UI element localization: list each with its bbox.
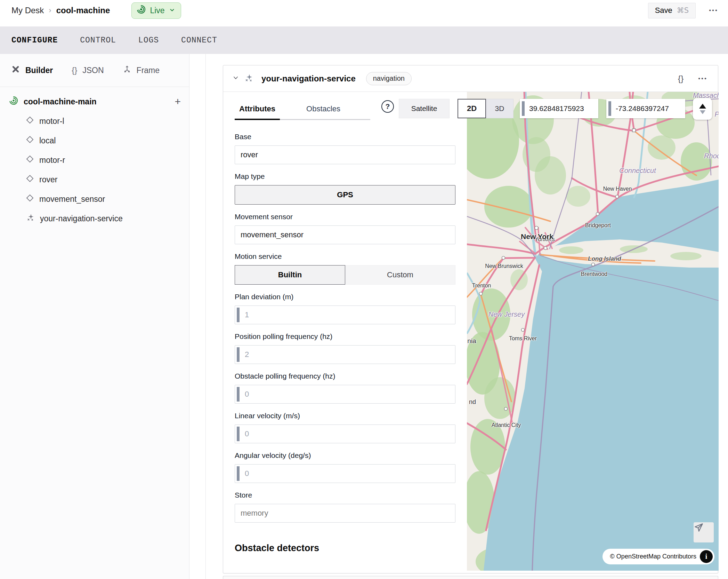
- longitude-input[interactable]: [606, 99, 685, 118]
- component-diamond-icon: [26, 194, 34, 204]
- field-label: Movement sensor: [235, 213, 455, 221]
- arrow-down-icon: [700, 110, 705, 114]
- angular-velocity-input[interactable]: [235, 464, 455, 483]
- zoom-stepper[interactable]: [693, 98, 712, 120]
- next-card-edge: [223, 576, 718, 579]
- field-label: Store: [235, 491, 455, 499]
- field-motion-service: Motion service Builtin Custom: [235, 252, 455, 285]
- live-status-dropdown[interactable]: Live: [131, 2, 181, 19]
- service-sparkle-icon: [244, 73, 253, 84]
- obstacle-polling-input[interactable]: [235, 385, 455, 404]
- tree-item-navigation-service[interactable]: your-navigation-service: [0, 209, 189, 228]
- navigation-service-card: your-navigation-service navigation {} ••…: [223, 65, 718, 573]
- obstacle-detectors-heading: Obstacle detectors: [235, 543, 455, 554]
- tree-item-label: motor-r: [39, 156, 65, 165]
- breadcrumb-current: cool-machine: [56, 6, 110, 15]
- field-label: Angular velocity (deg/s): [235, 451, 455, 460]
- tree-item-motor-r[interactable]: motor-r: [0, 150, 189, 170]
- frame-axes-icon: [123, 65, 131, 76]
- movement-sensor-input[interactable]: [235, 225, 455, 244]
- service-sparkle-icon: [26, 213, 34, 224]
- field-label: Position polling frequency (hz): [235, 332, 455, 341]
- store-input[interactable]: [235, 504, 455, 523]
- help-icon[interactable]: ?: [381, 100, 394, 113]
- breadcrumb-parent[interactable]: My Desk: [11, 6, 44, 15]
- latitude-input[interactable]: [520, 99, 598, 118]
- tab-connect[interactable]: CONNECT: [181, 36, 217, 45]
- breadcrumb-separator: ›: [49, 6, 51, 15]
- map-view[interactable]: Connecticut New Jersey Massach Rhod Pro …: [467, 92, 719, 571]
- tree-item-machine[interactable]: cool-machine-main +: [0, 92, 189, 111]
- add-component-button[interactable]: +: [175, 96, 181, 107]
- code-braces-icon[interactable]: {}: [678, 74, 683, 84]
- tab-underline: [235, 119, 370, 120]
- tab-attributes[interactable]: Attributes: [235, 104, 280, 119]
- map-label-city: New Brunswick: [485, 263, 523, 269]
- tab-obstacles[interactable]: Obstacles: [301, 104, 346, 119]
- map-label-state: Pro: [714, 110, 719, 118]
- card-body: Attributes Obstacles Base Map type GPS M…: [223, 92, 718, 573]
- tree-item-local[interactable]: local: [0, 131, 189, 150]
- save-button[interactable]: Save ⌘S: [648, 3, 696, 18]
- map-2d-button[interactable]: 2D: [458, 99, 486, 118]
- field-store: Store: [235, 491, 455, 523]
- view-builder[interactable]: Builder: [11, 65, 53, 76]
- field-label: Linear velocity (m/s): [235, 412, 455, 420]
- motion-custom-option[interactable]: Custom: [345, 265, 455, 285]
- chevron-down-icon: [169, 6, 175, 15]
- component-diamond-icon: [26, 136, 34, 145]
- tree-item-label: your-navigation-service: [40, 214, 123, 223]
- field-label: Plan deviation (m): [235, 293, 455, 301]
- view-json-label: JSON: [82, 66, 104, 75]
- map-label-state: Connecticut: [619, 167, 656, 175]
- view-builder-label: Builder: [25, 66, 53, 75]
- field-label: Motion service: [235, 252, 455, 261]
- tree-item-rover[interactable]: rover: [0, 170, 189, 189]
- field-angular-velocity: Angular velocity (deg/s): [235, 451, 455, 483]
- base-input[interactable]: [235, 145, 455, 164]
- plan-deviation-input[interactable]: [235, 306, 455, 324]
- satellite-toggle-button[interactable]: Satellite: [399, 99, 450, 118]
- map-label-city: Bridgeport: [585, 222, 611, 229]
- main-nav-tabs: CONFIGURE CONTROL LOGS CONNECT: [0, 26, 728, 54]
- tree-item-label: motor-l: [39, 117, 64, 126]
- view-json[interactable]: {} JSON: [72, 65, 104, 75]
- field-obstacle-polling: Obstacle polling frequency (hz): [235, 372, 455, 404]
- motion-service-segmented: Builtin Custom: [235, 265, 455, 285]
- map-label-city: nd: [469, 398, 476, 406]
- component-diamond-icon: [26, 116, 34, 126]
- map-type-gps-button[interactable]: GPS: [235, 185, 455, 205]
- tree-item-label: local: [39, 136, 56, 145]
- map-label-state: Rhod: [704, 152, 719, 160]
- card-more-menu[interactable]: •••: [698, 75, 707, 82]
- locate-button[interactable]: [694, 522, 714, 542]
- map-label-city: Toms River: [509, 335, 537, 342]
- main-content: your-navigation-service navigation {} ••…: [206, 54, 728, 579]
- braces-icon: {}: [72, 65, 77, 75]
- attributes-form: Attributes Obstacles Base Map type GPS M…: [223, 92, 467, 554]
- motion-builtin-option[interactable]: Builtin: [235, 265, 345, 285]
- position-polling-input[interactable]: [235, 345, 455, 364]
- map-label-city: Trenton: [472, 283, 491, 289]
- tree-item-label: cool-machine-main: [24, 97, 97, 106]
- component-diamond-icon: [26, 175, 34, 184]
- tab-control[interactable]: CONTROL: [80, 36, 116, 45]
- map-label-feature: Long Island: [588, 255, 621, 262]
- machine-tree: cool-machine-main + motor-l local motor-…: [0, 87, 189, 228]
- tab-logs[interactable]: LOGS: [138, 36, 159, 45]
- info-icon[interactable]: i: [700, 550, 713, 563]
- header-more-menu[interactable]: •••: [709, 7, 718, 14]
- field-movement-sensor: Movement sensor: [235, 213, 455, 244]
- collapse-chevron-icon[interactable]: [232, 74, 239, 83]
- tree-item-motor-l[interactable]: motor-l: [0, 111, 189, 131]
- tree-item-movement-sensor[interactable]: movement_sensor: [0, 189, 189, 209]
- view-frame[interactable]: Frame: [123, 65, 160, 76]
- tab-configure[interactable]: CONFIGURE: [11, 36, 58, 45]
- linear-velocity-input[interactable]: [235, 425, 455, 443]
- field-label: Obstacle polling frequency (hz): [235, 372, 455, 380]
- map-label-city: New Haven: [603, 186, 632, 192]
- longitude-field: [606, 99, 685, 118]
- map-3d-button[interactable]: 3D: [486, 99, 513, 118]
- map-label-state: New Jersey: [488, 310, 525, 318]
- view-frame-label: Frame: [137, 66, 160, 75]
